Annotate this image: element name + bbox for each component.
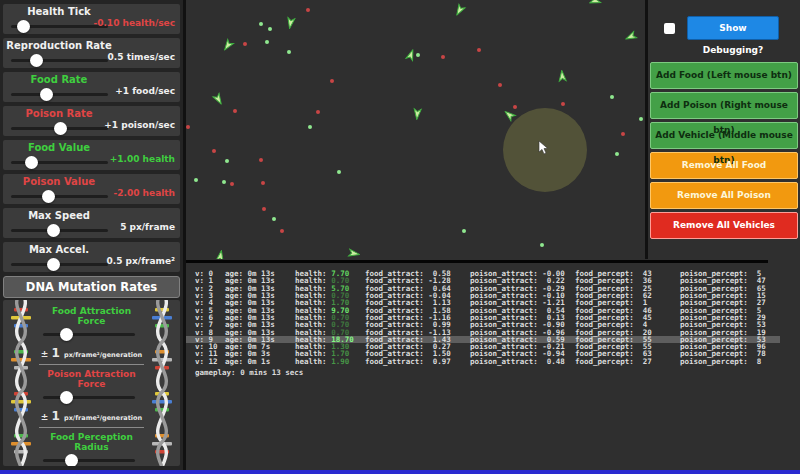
slider-label: Food Value xyxy=(3,142,115,153)
vehicle-stat-row: v: 12age: 0m 1shealth: 1.90food_attract:… xyxy=(186,358,800,365)
vehicle-triangle xyxy=(450,5,466,21)
vehicle-stats-table: v: 0age: 0m 13shealth: 7.70food_attract:… xyxy=(186,270,800,365)
food-dot xyxy=(540,243,544,247)
simulation-canvas[interactable] xyxy=(186,0,645,259)
mutation-unit: px/frame²/generation xyxy=(64,351,142,359)
food-dot xyxy=(610,95,614,99)
dna-slider-list: Food Attraction Force± 1 px/frame²/gener… xyxy=(39,302,144,466)
add-poison-right-mouse-btn--button[interactable]: Add Poison (Right mouse btn) xyxy=(650,92,798,119)
separator-line xyxy=(186,260,768,263)
dna-slider-handle[interactable] xyxy=(65,454,78,466)
dna-slider-label: Food Perception Radius xyxy=(39,432,144,452)
food-dot xyxy=(225,159,229,163)
slider-handle[interactable] xyxy=(54,122,67,135)
vehicle-id: v: 12 xyxy=(195,357,225,366)
slider-panel: Food Rate+1 food/sec xyxy=(3,72,180,102)
slider-handle[interactable] xyxy=(42,190,55,203)
slider-value: 5 px/frame xyxy=(120,222,175,232)
slider-handle[interactable] xyxy=(40,88,53,101)
poison-dot xyxy=(280,229,284,233)
mutation-value: 1 xyxy=(51,409,64,423)
poison-attract: poison_attract: 0.48 xyxy=(470,357,575,366)
food-dot xyxy=(615,152,619,156)
poison-dot xyxy=(621,132,625,136)
remove-all-vehicles-button[interactable]: Remove All Vehicles xyxy=(650,212,798,239)
remove-all-food-button[interactable]: Remove All Food xyxy=(650,152,798,179)
dna-helix-icon xyxy=(4,300,38,466)
slider-handle[interactable] xyxy=(17,20,30,33)
food-dot xyxy=(272,217,276,221)
app-window: Health Tick-0.10 health/secReproduction … xyxy=(0,0,800,474)
slider-value: 0.5 times/sec xyxy=(108,52,175,62)
slider-label: Food Rate xyxy=(3,74,115,85)
show-debugging-button[interactable]: Show Debugging? xyxy=(687,16,779,40)
dna-slider-track[interactable] xyxy=(43,459,135,462)
window-bottom-edge xyxy=(0,470,800,474)
debug-row: Show Debugging? xyxy=(664,16,798,40)
poison-dot xyxy=(259,158,263,162)
slider-value: 0.5 px/frame² xyxy=(107,256,175,266)
slider-value: +1 food/sec xyxy=(115,86,175,96)
gameplay-timer: gameplay: 0 mins 13 secs xyxy=(195,368,303,377)
health-label: health: xyxy=(295,357,331,366)
food-dot xyxy=(287,50,291,54)
slider-label: Poison Rate xyxy=(3,108,115,119)
slider-handle[interactable] xyxy=(47,258,60,271)
plus-minus-sign: ± xyxy=(41,412,52,422)
slider-value: -0.10 health/sec xyxy=(93,18,175,28)
poison-dot xyxy=(212,149,216,153)
dna-slider-label: Food Attraction Force xyxy=(39,306,144,326)
mutation-unit: px/frame²/generation xyxy=(64,414,142,422)
slider-track[interactable] xyxy=(11,93,108,96)
food-dot xyxy=(337,170,341,174)
settings-sidebar: Health Tick-0.10 health/secReproduction … xyxy=(0,0,183,474)
vehicle-triangle xyxy=(584,0,599,10)
dna-slider-track[interactable] xyxy=(43,396,135,399)
slider-track[interactable] xyxy=(11,59,108,62)
food-dot xyxy=(308,125,312,129)
slider-label: Reproduction Rate xyxy=(3,40,115,51)
add-vehicle-middle-mouse-btn--button[interactable]: Add Vehicle (Middle mouse btn) xyxy=(650,122,798,149)
add-food-left-mouse-btn--button[interactable]: Add Food (Left mouse btn) xyxy=(650,62,798,89)
actions-panel: Show Debugging? Add Food (Left mouse btn… xyxy=(648,0,800,259)
slider-list: Health Tick-0.10 health/secReproduction … xyxy=(3,4,180,272)
slider-panel: Poison Rate+1 poison/sec xyxy=(3,106,180,136)
food-dot xyxy=(194,178,198,182)
slider-track[interactable] xyxy=(11,229,108,232)
dna-slider-handle[interactable] xyxy=(60,328,73,341)
poison-dot xyxy=(262,207,266,211)
slider-handle[interactable] xyxy=(30,54,43,67)
remove-all-poison-button[interactable]: Remove All Poison xyxy=(650,182,798,209)
food-percept: food_percept: 27 xyxy=(575,357,680,366)
poison-dot xyxy=(230,182,234,186)
vehicle-triangle xyxy=(404,44,419,59)
plus-minus-sign: ± xyxy=(41,349,52,359)
poison-dot xyxy=(261,181,265,185)
dna-slider-track[interactable] xyxy=(43,333,135,336)
slider-track[interactable] xyxy=(11,195,108,198)
poison-dot xyxy=(243,42,247,46)
dna-slider-group: Food Perception Radius± 50 px / generati… xyxy=(39,432,144,466)
slider-track[interactable] xyxy=(11,161,108,164)
vehicle-triangle xyxy=(212,94,228,110)
dna-slider-group: Food Attraction Force± 1 px/frame²/gener… xyxy=(39,306,144,365)
slider-handle[interactable] xyxy=(47,224,60,237)
slider-panel: Poison Value-2.00 health xyxy=(3,174,180,204)
slider-value: -2.00 health xyxy=(114,188,175,198)
dna-slider-handle[interactable] xyxy=(60,391,73,404)
dna-helix-icon xyxy=(145,300,179,466)
slider-value: +1.00 health xyxy=(110,154,175,164)
poison-dot xyxy=(330,79,334,83)
slider-label: Health Tick xyxy=(3,6,115,17)
slider-handle[interactable] xyxy=(25,156,38,169)
dna-mutation-amount: ± 1 px/frame²/generation xyxy=(39,405,144,428)
vehicle-triangle xyxy=(620,30,636,46)
mutation-value: 1 xyxy=(51,346,64,360)
poison-percept: poison_percept: 8 xyxy=(680,357,800,366)
show-debugging-checkbox[interactable] xyxy=(664,23,675,34)
poison-dot xyxy=(316,110,320,114)
slider-track[interactable] xyxy=(11,263,108,266)
slider-panel: Max Accel.0.5 px/frame² xyxy=(3,242,180,272)
poison-dot xyxy=(186,125,190,129)
slider-track[interactable] xyxy=(11,127,108,130)
